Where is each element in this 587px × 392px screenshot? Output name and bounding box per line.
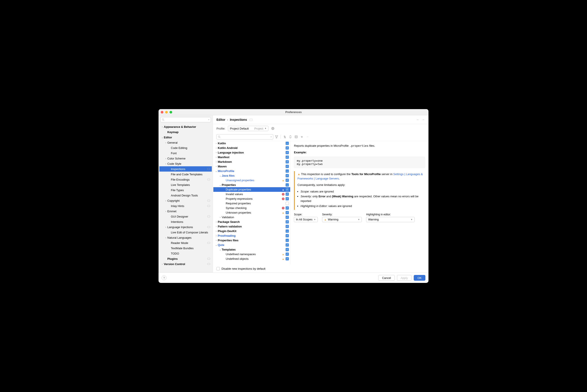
inspection-checkbox[interactable]: ✓ [285, 151, 289, 154]
inspection-row[interactable]: ›Language injection✓ [213, 150, 290, 155]
inspection-checkbox[interactable]: ✓ [285, 165, 289, 168]
sidebar-item[interactable]: Font [159, 150, 212, 156]
sidebar-item[interactable]: ›General [159, 140, 212, 145]
inspection-row[interactable]: ⌄Properties– [213, 182, 290, 187]
inspection-checkbox[interactable]: ✓ [285, 146, 289, 150]
close-icon[interactable] [161, 111, 163, 114]
inspection-row[interactable]: Syntax checking!✓ [213, 206, 290, 210]
sidebar-item[interactable]: File and Code Templates [159, 172, 212, 177]
inspection-checkbox[interactable]: – [285, 183, 289, 186]
sidebar-item[interactable]: TODO [159, 251, 212, 256]
forward-button[interactable]: → [421, 118, 425, 122]
sidebar-item[interactable]: ›Code Style [159, 161, 212, 166]
sidebar-item[interactable]: Code Editing [159, 145, 212, 150]
sidebar-item[interactable]: ›Color Scheme [159, 156, 212, 161]
inspection-row[interactable]: ›Package Search✓ [213, 220, 290, 224]
sidebar-item[interactable]: ›Appearance & Behavior [159, 124, 212, 129]
crumb-editor[interactable]: Editor [216, 118, 225, 122]
inspection-row[interactable]: ›Maven✓ [213, 164, 290, 169]
highlight-dropdown[interactable]: Warning ▼ [366, 217, 415, 222]
inspection-search-input[interactable] [221, 135, 270, 138]
inspection-tree[interactable]: ›Kotlin–›Kotlin Android✓›Language inject… [213, 141, 290, 265]
inspection-row[interactable]: Undefined namespaces▲✓ [213, 252, 290, 256]
profile-dropdown[interactable]: Project Default Project ▼ [228, 126, 268, 131]
sidebar-item[interactable]: Live Edit of Compose Literals [159, 230, 212, 235]
apply-button[interactable]: Apply [397, 275, 412, 281]
inspection-row[interactable]: ⌄Templates✓ [213, 247, 290, 252]
inspection-row[interactable]: ›Validation✓ [213, 215, 290, 220]
sidebar-item[interactable]: ›Emmet [159, 208, 212, 214]
inspection-row[interactable]: ›Plugin DevKit– [213, 229, 290, 234]
settings-tree[interactable]: ›Appearance & BehaviorKeymap⌄Editor›Gene… [159, 124, 212, 272]
sidebar-item[interactable]: ⌄Editor [159, 135, 212, 140]
inspection-row[interactable]: Invalid values!✓ [213, 192, 290, 196]
settings-search[interactable]: ▾ [160, 117, 211, 122]
inspection-checkbox[interactable]: ✓ [285, 178, 289, 182]
inspection-row[interactable]: Unknown properties▲✓ [213, 210, 290, 215]
inspection-checkbox[interactable]: ✓ [285, 252, 289, 256]
sidebar-item[interactable]: TextMate Bundles [159, 246, 212, 251]
sidebar-item[interactable]: Inspections [159, 166, 212, 172]
inspection-checkbox[interactable]: ✓ [285, 174, 289, 177]
inspection-row[interactable]: ⌄Qute✓ [213, 243, 290, 247]
remove-icon[interactable]: － [305, 134, 310, 139]
back-button[interactable]: ← [416, 118, 420, 122]
sidebar-item[interactable]: Intentions [159, 219, 212, 224]
inspection-row[interactable]: ⌄Java files✓ [213, 173, 290, 178]
inspection-row[interactable]: Unassigned properties▲✓ [213, 178, 290, 182]
inspection-row[interactable]: ›Manifest✓ [213, 155, 290, 160]
scope-dropdown[interactable]: In All Scopes ▼ [294, 217, 318, 222]
inspection-checkbox[interactable]: ✓ [285, 156, 289, 159]
inspection-row[interactable]: ›Markdown✓ [213, 160, 290, 164]
inspection-checkbox[interactable]: ✓ [285, 192, 289, 196]
sidebar-item[interactable]: File Types [159, 188, 212, 193]
inspection-checkbox[interactable]: ✓ [285, 243, 289, 246]
help-button[interactable]: ? [162, 276, 166, 280]
expand-all-icon[interactable]: ⇅ [282, 134, 287, 139]
inspection-row[interactable]: ›Kotlin– [213, 141, 290, 146]
inspection-checkbox[interactable]: ✓ [285, 216, 289, 219]
collapse-all-icon[interactable] [288, 134, 293, 139]
ok-button[interactable]: OK [414, 275, 425, 281]
inspection-checkbox[interactable]: ✓ [285, 248, 289, 251]
gear-icon[interactable] [271, 127, 274, 130]
inspection-row[interactable]: Undefined objects▲✓ [213, 256, 290, 261]
inspection-row[interactable]: Duplicate properties▲✓ [213, 187, 290, 192]
sidebar-item[interactable]: Android Design Tools [159, 193, 212, 198]
inspection-checkbox[interactable] [285, 202, 289, 205]
inspection-checkbox[interactable]: ✓ [285, 234, 289, 237]
sidebar-item[interactable]: Keymap [159, 129, 212, 135]
inspection-checkbox[interactable]: ✓ [285, 188, 289, 191]
inspection-checkbox[interactable]: ✓ [285, 211, 289, 214]
inspection-row[interactable]: Property expressions!✓ [213, 196, 290, 201]
inspection-row[interactable]: ›Pattern validation✓ [213, 224, 290, 229]
inspection-checkbox[interactable]: – [285, 230, 289, 233]
minimize-icon[interactable] [165, 111, 168, 114]
inspection-checkbox[interactable]: ✓ [285, 160, 289, 164]
sidebar-item[interactable]: ›Language Injections [159, 224, 212, 230]
inspection-row[interactable]: Required properties [213, 201, 290, 206]
inspection-checkbox[interactable]: ✓ [285, 206, 289, 210]
sidebar-item[interactable]: GUI Designer [159, 214, 212, 219]
cancel-button[interactable]: Cancel [378, 275, 395, 281]
severity-dropdown[interactable]: ▲ Warning ▼ [322, 217, 362, 222]
reset-icon[interactable] [294, 134, 299, 139]
settings-search-input[interactable] [165, 118, 208, 121]
inspection-checkbox[interactable]: ✓ [285, 197, 289, 200]
filter-icon[interactable] [274, 134, 279, 139]
zoom-icon[interactable] [170, 111, 172, 114]
inspection-checkbox[interactable]: ✓ [285, 257, 289, 260]
sidebar-item[interactable]: ›Version Control [159, 261, 212, 266]
sidebar-item[interactable]: Live Templates [159, 182, 212, 188]
inspection-row[interactable]: ⌄MicroProfile– [213, 169, 290, 173]
inspection-row[interactable]: ›Properties files– [213, 238, 290, 243]
sidebar-item[interactable]: Plugins [159, 256, 212, 261]
inspection-checkbox[interactable]: – [285, 170, 289, 173]
inspection-checkbox[interactable]: ✓ [285, 220, 289, 224]
sidebar-item[interactable]: Reader Mode [159, 240, 212, 246]
disable-new-checkbox[interactable] [216, 267, 220, 270]
sidebar-item[interactable]: Inlay Hints [159, 203, 212, 208]
sidebar-item[interactable]: ›Natural Languages [159, 235, 212, 240]
inspection-checkbox[interactable]: ✓ [285, 225, 289, 228]
inspection-row[interactable]: ›Kotlin Android✓ [213, 146, 290, 150]
